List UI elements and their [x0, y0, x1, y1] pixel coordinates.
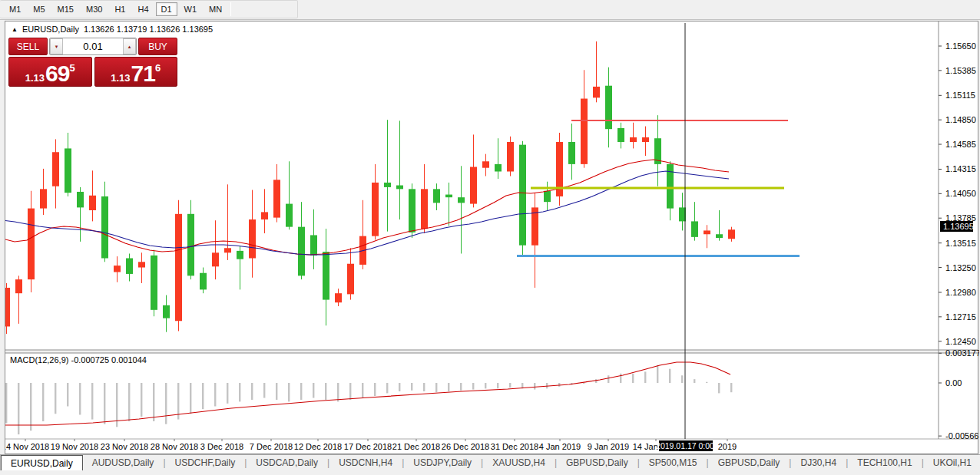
macd-bar [681, 375, 683, 383]
macd-bar [435, 383, 437, 392]
date-axis-label: 4 Jan 2019 [539, 442, 581, 451]
macd-bar [399, 383, 400, 391]
timeframe-button-h1[interactable]: H1 [109, 2, 131, 16]
macd-bar [251, 383, 253, 400]
price-axis-label: 1.15650 [945, 41, 976, 51]
candle [728, 229, 735, 239]
timeframe-button-m5[interactable]: M5 [28, 2, 50, 16]
candle [273, 180, 280, 217]
candle [445, 195, 452, 198]
macd-bar [5, 383, 7, 423]
candle [40, 189, 47, 208]
timeframe-button-group: M1M5M15M30H1H4D1W1MN [0, 0, 298, 18]
timeframe-button-mn[interactable]: MN [204, 2, 227, 16]
chart-tab-xauusd-h4[interactable]: XAUUSD,H4 [483, 455, 555, 470]
chart-tab-gbpusd-daily[interactable]: GBPUSD,Daily [557, 455, 637, 470]
volume-input[interactable]: 0.01 [63, 38, 123, 54]
date-axis-label: 23 Nov 2018 [101, 442, 148, 451]
date-axis-label: 2019 [718, 442, 737, 451]
macd-signal-line [5, 362, 730, 425]
timeframe-button-d1[interactable]: D1 [156, 2, 177, 16]
volume-box: ▾ 0.01 ▴ [49, 38, 137, 55]
candle [372, 183, 379, 236]
candle [335, 293, 342, 302]
macd-bar [423, 383, 425, 391]
candle [458, 197, 465, 203]
candle [581, 99, 588, 164]
candle [89, 196, 96, 210]
buy-price-pip: 6 [155, 59, 161, 78]
price-axis-label: 1.15385 [945, 66, 976, 75]
candle [642, 137, 649, 142]
chart-tab-usdcnh-h4[interactable]: USDCNH,H4 [329, 455, 402, 470]
macd-bar [583, 383, 584, 384]
candle [175, 214, 182, 321]
macd-bar [718, 383, 720, 393]
chart-tab-sp500-m15[interactable]: SP500,M15 [640, 455, 707, 470]
crosshair-date-label: 2019.01.17 0:00 [656, 441, 714, 450]
sell-price-prefix: 1.13 [25, 73, 45, 84]
buy-button[interactable]: BUY [138, 38, 177, 55]
macd-bar [595, 379, 597, 383]
candle [617, 128, 624, 142]
macd-bar [472, 383, 474, 390]
macd-bar [657, 365, 658, 383]
candle [261, 212, 268, 219]
price-axis-label: 1.13250 [945, 263, 976, 272]
macd-bar [325, 383, 326, 400]
collapse-arrow-icon[interactable]: ▲ [12, 26, 18, 33]
candle [470, 167, 477, 203]
candle [212, 252, 219, 266]
candle [704, 230, 710, 234]
chart-tab-dj30-h4[interactable]: DJ30,H4 [791, 455, 846, 470]
chart-window[interactable]: 1.156501.153851.151151.148501.145851.143… [5, 21, 978, 454]
macd-bar [263, 383, 265, 398]
candle [286, 204, 293, 227]
candle [507, 142, 514, 171]
timeframe-button-h4[interactable]: H4 [132, 2, 154, 16]
candle [605, 86, 612, 130]
macd-bar [694, 379, 695, 383]
macd-bar [411, 383, 412, 391]
candle [396, 186, 403, 190]
candle [15, 279, 22, 293]
chart-tab-usdjpy-daily[interactable]: USDJPY,Daily [404, 455, 481, 470]
macd-bar [337, 383, 339, 401]
candle [568, 142, 575, 164]
macd-bar [497, 383, 498, 388]
timeframe-button-m15[interactable]: M15 [52, 2, 79, 16]
macd-bar [42, 383, 44, 421]
macd-bar [104, 383, 105, 424]
candle [519, 145, 526, 246]
candle [163, 305, 170, 318]
date-axis-label: 28 Nov 2018 [151, 442, 198, 451]
price-axis-label: 1.14050 [945, 189, 976, 198]
candle [224, 248, 231, 252]
chart-tab-usdchf-daily[interactable]: USDCHF,Daily [166, 455, 245, 470]
toolbar-separator [230, 2, 231, 16]
sell-button[interactable]: SELL [8, 38, 48, 55]
macd-bar [91, 383, 93, 420]
macd-bar [30, 383, 31, 430]
sell-price-display[interactable]: 1.13 69 5 [8, 57, 92, 87]
chart-tab-eurusd-daily[interactable]: EURUSD,Daily [1, 455, 83, 470]
chart-tab-tech100-h1[interactable]: TECH100,H1 [848, 455, 921, 470]
timeframe-button-w1[interactable]: W1 [179, 2, 203, 16]
macd-bar [313, 383, 314, 398]
candle [5, 288, 10, 326]
chart-tab-usdcad-daily[interactable]: USDCAD,Daily [247, 455, 327, 470]
candle [716, 234, 723, 238]
timeframe-button-m1[interactable]: M1 [4, 2, 26, 16]
buy-price-display[interactable]: 1.13 71 6 [94, 57, 178, 87]
timeframe-button-m30[interactable]: M30 [81, 2, 108, 16]
pane-splitter[interactable] [5, 350, 978, 353]
candle [691, 221, 698, 236]
date-axis-label: 26 Dec 2018 [442, 442, 489, 451]
candle [630, 137, 637, 142]
chart-tab-ukoil-h1[interactable]: UKOil,H1 [924, 455, 980, 470]
candle [28, 209, 35, 280]
volume-increase-button[interactable]: ▴ [123, 38, 136, 54]
volume-decrease-button[interactable]: ▾ [50, 38, 63, 54]
chart-tab-gbpusd-daily[interactable]: GBPUSD,Daily [709, 455, 790, 470]
chart-tab-audusd-daily[interactable]: AUDUSD,Daily [83, 455, 164, 470]
